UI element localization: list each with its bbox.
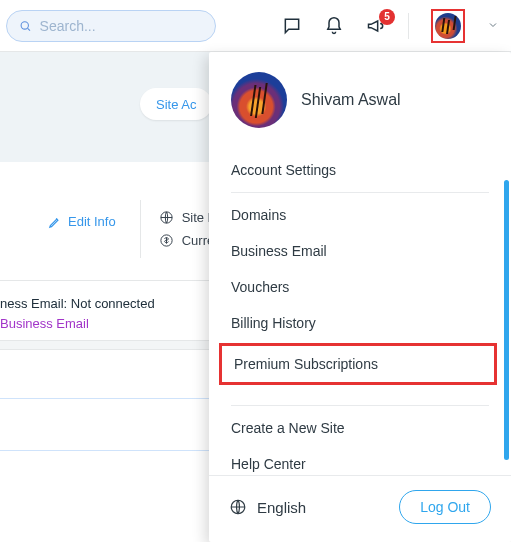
language-selector[interactable]: English [229, 498, 306, 516]
user-avatar-large [231, 72, 287, 128]
status-row: ness Email: Not connected Business Email [0, 294, 155, 334]
search-icon [19, 19, 32, 33]
menu-create-site[interactable]: Create a New Site [209, 410, 511, 446]
user-avatar-small[interactable] [435, 13, 461, 39]
bell-icon[interactable] [324, 16, 344, 36]
business-email-link[interactable]: Business Email [0, 314, 155, 334]
menu-divider [231, 192, 489, 193]
site-actions-button[interactable]: Site Ac [140, 88, 212, 120]
svg-point-0 [21, 21, 28, 28]
top-bar: 5 [0, 0, 511, 52]
scrollbar-thumb[interactable] [504, 180, 509, 460]
menu-help-center[interactable]: Help Center [209, 446, 511, 475]
notification-badge: 5 [379, 9, 395, 25]
account-dropdown: Shivam Aswal Account Settings Domains Bu… [209, 52, 511, 542]
vertical-divider [408, 13, 409, 39]
edit-info-link[interactable]: Edit Info [0, 200, 116, 229]
menu-account-settings[interactable]: Account Settings [209, 146, 511, 188]
globe-icon [159, 210, 174, 225]
status-text: ness Email: Not connected [0, 294, 155, 314]
user-name: Shivam Aswal [301, 91, 401, 109]
dropdown-body: Account Settings Domains Business Email … [209, 146, 511, 475]
svg-line-1 [28, 28, 30, 30]
topbar-actions: 5 [282, 9, 499, 43]
logout-button[interactable]: Log Out [399, 490, 491, 524]
currency-icon [159, 233, 174, 248]
chat-icon[interactable] [282, 16, 302, 36]
menu-billing-history[interactable]: Billing History [209, 305, 511, 341]
pencil-icon [48, 215, 62, 229]
menu-business-email[interactable]: Business Email [209, 233, 511, 269]
search-field[interactable] [6, 10, 216, 42]
megaphone-icon[interactable]: 5 [366, 16, 386, 36]
search-input[interactable] [38, 17, 203, 35]
dropdown-header: Shivam Aswal [209, 52, 511, 146]
avatar-highlight-box [431, 9, 465, 43]
language-label: English [257, 499, 306, 516]
dropdown-footer: English Log Out [209, 475, 511, 542]
menu-divider [231, 405, 489, 406]
menu-domains[interactable]: Domains [209, 197, 511, 233]
edit-info-label: Edit Info [68, 214, 116, 229]
menu-vouchers[interactable]: Vouchers [209, 269, 511, 305]
menu-premium-subscriptions[interactable]: Premium Subscriptions [219, 343, 497, 385]
globe-icon [229, 498, 247, 516]
chevron-down-icon[interactable] [487, 17, 499, 35]
